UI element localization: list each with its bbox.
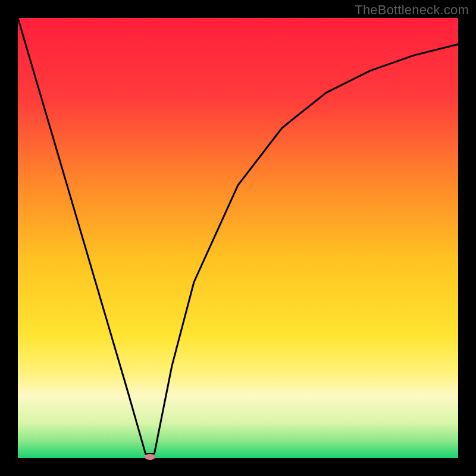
plot-background xyxy=(18,18,458,458)
minimum-marker xyxy=(145,454,155,460)
watermark-text: TheBottleneck.com xyxy=(355,2,469,18)
bottleneck-chart xyxy=(0,0,476,476)
chart-frame: TheBottleneck.com xyxy=(0,0,476,476)
